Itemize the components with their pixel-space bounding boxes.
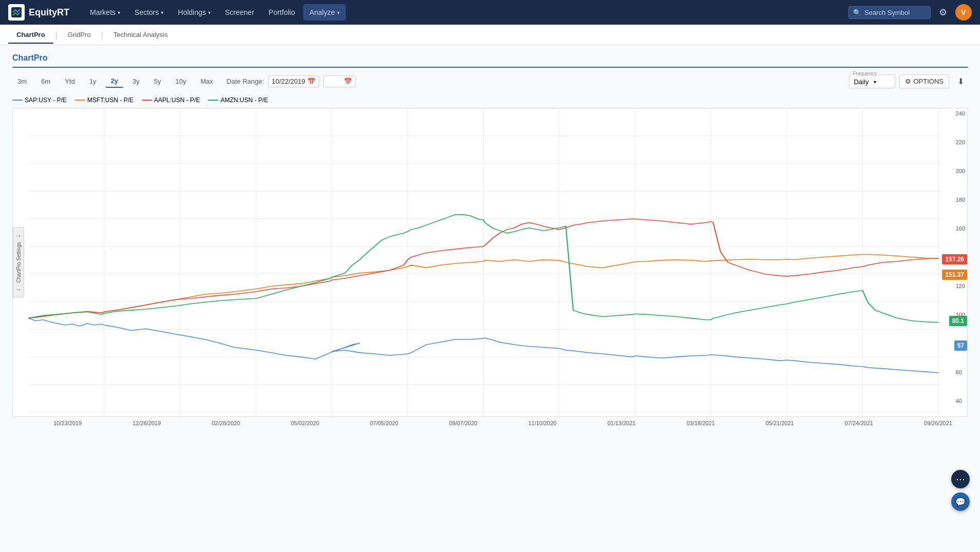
tab-sep-2: | [101, 30, 103, 40]
frequency-label: Frequency [852, 71, 878, 77]
start-date-value: 10/22/2019 [272, 78, 305, 85]
chat-menu-button[interactable]: ⋯ [951, 470, 970, 488]
page-title: ChartPro [12, 53, 968, 68]
frequency-area: Frequency Daily ▾ ⚙ OPTIONS ⬇ [849, 74, 968, 88]
end-date-input[interactable]: 📅 [323, 75, 356, 87]
legend-line-msft [75, 100, 85, 101]
x-date-5: 07/05/2020 [370, 420, 398, 426]
tab-technical-analysis[interactable]: Technical Analysis [105, 27, 176, 44]
options-button[interactable]: ⚙ OPTIONS [899, 74, 949, 88]
x-date-2: 12/26/2019 [133, 420, 161, 426]
x-axis: 10/23/2019 12/26/2019 02/28/2020 05/02/2… [12, 417, 968, 426]
legend-label-sap: SAP:USY - P/E [25, 97, 67, 104]
chartpro-settings-label: ChartPro Settings [16, 242, 22, 283]
x-date-7: 11/10/2020 [528, 420, 557, 426]
legend-sap: SAP:USY - P/E [12, 97, 67, 104]
nav-markets[interactable]: Markets ▾ [84, 4, 126, 21]
chart-svg [28, 108, 941, 416]
legend-label-msft: MSFT:USN - P/E [87, 97, 134, 104]
legend-amzn: AMZN:USN - P/E [208, 97, 268, 104]
period-6m[interactable]: 6m [36, 75, 56, 87]
download-button[interactable]: ⬇ [953, 74, 968, 88]
search-placeholder: Search Symbol [864, 9, 910, 16]
tab-gridpro[interactable]: GridPro [60, 27, 99, 44]
period-max[interactable]: Max [195, 75, 218, 87]
x-date-6: 09/07/2020 [449, 420, 477, 426]
period-5y[interactable]: 5y [149, 75, 167, 87]
tab-sep-1: | [56, 30, 58, 40]
nav-analyze[interactable]: Analyze ▾ [303, 4, 346, 21]
x-date-4: 05/02/2020 [291, 420, 319, 426]
logo-area: EquityRT [8, 4, 69, 21]
price-badge-amzn: 80.1 [949, 316, 967, 326]
nav-right: 🔍 Search Symbol ⚙ V [848, 4, 972, 21]
x-date-11: 07/24/2021 [845, 420, 873, 426]
chart-controls: 3m 6m Ytd 1y 2y 3y 5y 10y Max Date Range… [12, 74, 968, 88]
nav-screener[interactable]: Screener [219, 4, 261, 21]
chart-wrapper: → ChartPro Settings → [12, 108, 968, 417]
nav-sectors[interactable]: Sectors ▾ [128, 4, 170, 21]
calendar-icon-start: 📅 [307, 78, 316, 85]
legend-label-amzn: AMZN:USN - P/E [220, 97, 268, 104]
chart-legend: SAP:USY - P/E MSFT:USN - P/E AAPL:USN - … [12, 97, 968, 104]
legend-line-aapl [142, 100, 152, 101]
float-buttons: ⋯ 💬 [951, 470, 970, 511]
legend-line-sap [12, 100, 23, 101]
options-label: OPTIONS [913, 78, 944, 85]
x-date-10: 05/21/2021 [766, 420, 794, 426]
period-ytd[interactable]: Ytd [60, 75, 80, 87]
date-range-label: Date Range: [227, 78, 264, 85]
price-badge-msft: 151.37 [942, 270, 967, 280]
price-badge-aapl: 157.26 [942, 254, 967, 264]
x-date-3: 02/28/2020 [212, 420, 240, 426]
frequency-select[interactable]: Frequency Daily ▾ [849, 74, 895, 88]
nav-holdings[interactable]: Holdings ▾ [172, 4, 216, 21]
period-10y[interactable]: 10y [170, 75, 191, 87]
chart-svg-container: 157.26 151.37 80.1 57 [13, 108, 967, 416]
end-date-value [327, 78, 342, 85]
x-date-9: 03/18/2021 [687, 420, 715, 426]
chat-button[interactable]: 💬 [951, 492, 970, 511]
user-avatar[interactable]: V [955, 4, 972, 21]
legend-aapl: AAPL:USN - P/E [142, 97, 200, 104]
start-date-input[interactable]: 10/22/2019 📅 [268, 75, 319, 87]
legend-label-aapl: AAPL:USN - P/E [154, 97, 200, 104]
logo-text: EquityRT [29, 7, 69, 18]
x-date-8: 01/13/2021 [607, 420, 636, 426]
navbar: EquityRT Markets ▾ Sectors ▾ Holdings ▾ … [0, 0, 980, 25]
page-content: ChartPro 3m 6m Ytd 1y 2y 3y 5y 10y Max D… [0, 45, 980, 552]
x-date-12: 09/26/2021 [924, 420, 952, 426]
legend-msft: MSFT:USN - P/E [75, 97, 134, 104]
period-1y[interactable]: 1y [84, 75, 102, 87]
search-icon: 🔍 [853, 9, 861, 16]
price-badge-sap: 57 [954, 340, 967, 351]
sidebar-handle[interactable]: → ChartPro Settings → [13, 227, 24, 298]
logo-icon [8, 4, 25, 21]
nav-links: Markets ▾ Sectors ▾ Holdings ▾ Screener … [84, 4, 844, 21]
period-3m[interactable]: 3m [12, 75, 32, 87]
tabs-bar: ChartPro | GridPro | Technical Analysis [0, 25, 980, 45]
frequency-value: Daily [854, 78, 868, 86]
nav-portfolio[interactable]: Portfolio [263, 4, 301, 21]
frequency-chevron: ▾ [874, 79, 876, 85]
price-badges: 157.26 151.37 80.1 57 [941, 108, 967, 416]
legend-line-amzn [208, 100, 218, 101]
search-box[interactable]: 🔍 Search Symbol [848, 6, 931, 19]
x-date-1: 10/23/2019 [53, 420, 82, 426]
gear-icon: ⚙ [905, 78, 911, 85]
tab-chartpro[interactable]: ChartPro [8, 27, 53, 44]
calendar-icon-end: 📅 [344, 78, 352, 85]
arrow-right-icon-2: → [15, 285, 22, 293]
arrow-right-icon: → [15, 232, 22, 239]
period-2y[interactable]: 2y [105, 75, 123, 88]
period-3y[interactable]: 3y [127, 75, 145, 87]
settings-button[interactable]: ⚙ [935, 4, 951, 21]
